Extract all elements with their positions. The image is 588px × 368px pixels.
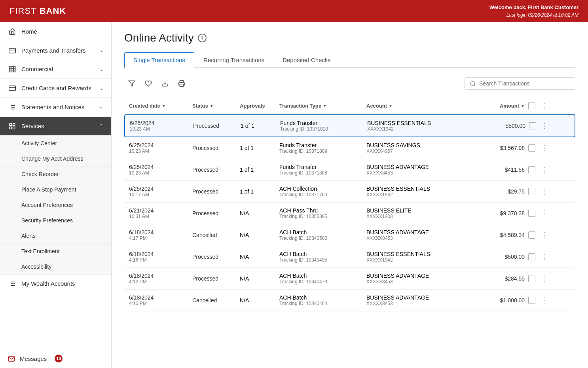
cell-checkbox <box>525 275 539 282</box>
cell-status: Processed <box>192 188 240 195</box>
row-select-checkbox[interactable] <box>528 210 535 217</box>
cell-transaction-type: ACH Batch Tracking ID: 10340473 <box>279 273 366 285</box>
cell-account: BUSINESS ADVANTAGE XXXXX8453 <box>366 294 469 306</box>
col-header-status[interactable]: Status ▼ <box>192 103 240 109</box>
cell-status: Processed <box>192 145 240 151</box>
messages-label: Messages <box>20 355 47 362</box>
sidebar-services-label: Services <box>21 123 44 129</box>
cell-status: Processed <box>192 254 240 260</box>
sidebar-item-text-enrollment[interactable]: Text Enrollment <box>0 244 111 259</box>
col-header-created-date[interactable]: Created date ▼ <box>129 103 192 109</box>
download-button[interactable] <box>157 76 173 91</box>
filter-button[interactable] <box>124 76 139 91</box>
svg-rect-15 <box>9 123 11 125</box>
row-menu-button[interactable]: ⋮ <box>539 295 549 305</box>
cell-date: 6/25/2024 10:23 AM <box>129 164 192 176</box>
cell-checkbox <box>525 231 539 239</box>
search-input[interactable] <box>479 80 570 87</box>
col-header-account[interactable]: Account ▼ <box>366 103 469 109</box>
row-select-checkbox[interactable] <box>528 231 535 239</box>
table-row: 6/18/2024 4:16 PM Processed N/A ACH Batc… <box>124 246 575 268</box>
cell-approvals: 1 of 1 <box>241 123 280 129</box>
print-button[interactable] <box>174 76 189 91</box>
row-select-checkbox[interactable] <box>528 166 535 173</box>
favorite-button[interactable] <box>141 76 156 91</box>
sort-arrow-date: ▼ <box>162 104 166 108</box>
statements-icon <box>8 103 17 111</box>
cell-menu: ⋮ <box>539 186 553 197</box>
sidebar-item-messages[interactable]: Messages 10 <box>0 349 111 368</box>
last-login-text: Last login 02/26/2024 at 10:02 AM <box>489 11 579 19</box>
sidebar-item-check-reorder[interactable]: Check Reorder <box>0 167 111 182</box>
help-icon[interactable]: ? <box>198 34 207 42</box>
sidebar-item-stop-payment[interactable]: Place A Stop Payment <box>0 182 111 197</box>
row-menu-button[interactable]: ⋮ <box>539 143 549 153</box>
cell-status: Processed <box>192 275 240 282</box>
table-row: 6/18/2024 4:17 PM Cancelled N/A ACH Batc… <box>124 224 575 246</box>
row-select-checkbox[interactable] <box>528 188 535 195</box>
sidebar-item-change-address[interactable]: Change My Acct Address <box>0 151 111 167</box>
sidebar-item-home[interactable]: Home <box>0 22 111 41</box>
row-menu-button[interactable]: ⋮ <box>539 208 549 218</box>
cell-approvals: N/A <box>240 232 279 238</box>
row-menu-button[interactable]: ⋮ <box>539 186 549 197</box>
svg-rect-17 <box>9 127 11 129</box>
table-row: 6/21/2024 10:31 AM Processed N/A ACH Pas… <box>124 203 575 224</box>
cell-menu: ⋮ <box>539 143 553 153</box>
sidebar-item-statements[interactable]: Statements and Notices ⌄ <box>0 98 111 117</box>
sidebar-item-payments[interactable]: Payments and Transfers ⌄ <box>0 41 111 60</box>
cell-checkbox <box>525 210 539 217</box>
cell-approvals: 1 of 1 <box>240 167 279 173</box>
cell-amount: $29.75 <box>469 188 525 195</box>
sidebar-item-accessibility[interactable]: Accessibility <box>0 259 111 275</box>
row-select-checkbox[interactable] <box>528 275 535 282</box>
cell-status: Processed <box>192 167 240 173</box>
table-row: 6/18/2024 4:10 PM Cancelled N/A ACH Batc… <box>124 290 575 311</box>
col-header-amount[interactable]: Amount ▼ <box>469 103 525 109</box>
sidebar-item-wealth-accounts[interactable]: My Wealth Accounts <box>0 275 111 294</box>
row-menu-button[interactable]: ⋮ <box>539 252 549 262</box>
sidebar-item-alerts[interactable]: Alerts <box>0 228 111 244</box>
tab-recurring-transactions[interactable]: Recurring Transactions <box>194 52 273 67</box>
row-menu-button[interactable]: ⋮ <box>539 230 549 240</box>
cell-account: BUSINESS ADVANTAGE XXXXX8453 <box>366 164 469 176</box>
sidebar-item-credit-cards[interactable]: Credit Cards and Rewards ⌄ <box>0 79 111 98</box>
cell-amount: $9,370.38 <box>469 210 525 216</box>
cell-status: Cancelled <box>192 297 240 304</box>
cell-transaction-type: ACH Batch Tracking ID: 10340464 <box>279 294 366 306</box>
cell-amount: $1,000.00 <box>469 297 525 304</box>
sidebar-item-security-prefs[interactable]: Security Preferences <box>0 213 111 228</box>
row-menu-button[interactable]: ⋮ <box>539 165 549 175</box>
row-menu-button[interactable]: ⋮ <box>540 121 550 131</box>
tab-single-transactions[interactable]: Single Transactions <box>124 52 194 68</box>
services-icon <box>8 122 17 130</box>
table-header-menu-button[interactable]: ⋮ <box>539 101 549 111</box>
svg-line-29 <box>474 85 475 86</box>
cell-date: 6/18/2024 4:10 PM <box>129 294 192 306</box>
welcome-message: Welcome back, First Bank Customer Last l… <box>489 4 579 19</box>
sidebar-item-commercial[interactable]: Commercial ⌄ <box>0 60 111 79</box>
cell-menu: ⋮ <box>539 273 553 284</box>
cell-checkbox <box>525 188 539 195</box>
row-select-checkbox[interactable] <box>528 144 535 152</box>
tab-deposited-checks[interactable]: Deposited Checks <box>273 52 340 67</box>
cell-transaction-type: Funds Transfer Tracking ID: 10371809 <box>279 142 366 154</box>
cell-date: 6/25/2024 10:23 AM <box>130 120 193 132</box>
table-row: 6/25/2024 10:17 AM Processed 1 of 1 ACH … <box>124 181 575 203</box>
col-header-transaction-type[interactable]: Transaction Type ▼ <box>279 103 366 109</box>
sidebar-item-services[interactable]: Services ⌃ <box>0 117 111 136</box>
sidebar-home-label: Home <box>21 28 37 35</box>
row-select-checkbox[interactable] <box>529 122 536 129</box>
row-menu-button[interactable]: ⋮ <box>539 273 549 284</box>
select-all-checkbox[interactable] <box>528 102 535 109</box>
services-chevron-icon: ⌃ <box>99 123 103 129</box>
sidebar-item-account-prefs[interactable]: Account Preferences <box>0 197 111 213</box>
sidebar-wealth-label: My Wealth Accounts <box>21 280 75 287</box>
sort-arrow-type: ▼ <box>323 104 327 108</box>
row-select-checkbox[interactable] <box>528 297 535 304</box>
cell-transaction-type: Funds Transfer Tracking ID: 10371808 <box>279 164 366 176</box>
sidebar-item-activity-center[interactable]: Activity Center <box>0 136 111 151</box>
cell-status: Processed <box>193 123 241 129</box>
search-icon <box>470 80 476 87</box>
row-select-checkbox[interactable] <box>528 253 535 260</box>
